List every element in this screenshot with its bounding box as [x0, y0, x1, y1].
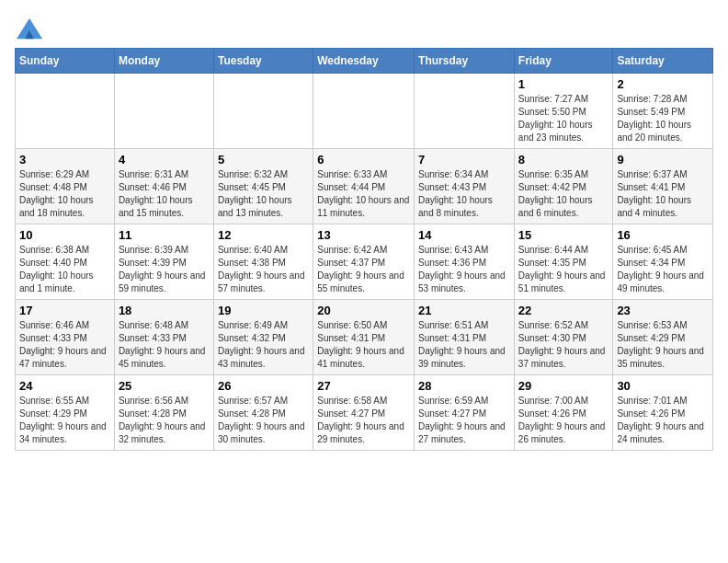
day-info: Sunrise: 6:53 AM Sunset: 4:29 PM Dayligh… — [617, 319, 709, 371]
day-number: 3 — [19, 153, 110, 167]
calendar-cell: 12Sunrise: 6:40 AM Sunset: 4:38 PM Dayli… — [213, 224, 313, 300]
calendar-cell: 10Sunrise: 6:38 AM Sunset: 4:40 PM Dayli… — [16, 224, 115, 300]
weekday-header-thursday: Thursday — [415, 49, 515, 74]
calendar-week-row: 24Sunrise: 6:55 AM Sunset: 4:29 PM Dayli… — [16, 375, 713, 451]
calendar-cell: 17Sunrise: 6:46 AM Sunset: 4:33 PM Dayli… — [16, 300, 115, 375]
calendar-cell: 30Sunrise: 7:01 AM Sunset: 4:26 PM Dayli… — [613, 375, 713, 451]
day-info: Sunrise: 7:01 AM Sunset: 4:26 PM Dayligh… — [617, 395, 709, 446]
calendar-cell: 8Sunrise: 6:35 AM Sunset: 4:42 PM Daylig… — [514, 149, 613, 224]
day-info: Sunrise: 6:40 AM Sunset: 4:38 PM Dayligh… — [218, 244, 309, 295]
calendar-week-row: 3Sunrise: 6:29 AM Sunset: 4:48 PM Daylig… — [16, 149, 713, 224]
day-info: Sunrise: 6:33 AM Sunset: 4:44 PM Dayligh… — [317, 168, 410, 220]
calendar-cell: 5Sunrise: 6:32 AM Sunset: 4:45 PM Daylig… — [213, 149, 313, 224]
day-info: Sunrise: 6:56 AM Sunset: 4:28 PM Dayligh… — [119, 395, 210, 446]
day-info: Sunrise: 6:57 AM Sunset: 4:28 PM Dayligh… — [218, 395, 309, 446]
day-info: Sunrise: 6:55 AM Sunset: 4:29 PM Dayligh… — [19, 395, 110, 446]
calendar-cell: 29Sunrise: 7:00 AM Sunset: 4:26 PM Dayli… — [514, 375, 613, 451]
logo — [15, 18, 42, 40]
day-number: 17 — [19, 304, 110, 317]
calendar-cell: 19Sunrise: 6:49 AM Sunset: 4:32 PM Dayli… — [213, 300, 313, 375]
calendar-week-row: 17Sunrise: 6:46 AM Sunset: 4:33 PM Dayli… — [16, 300, 713, 375]
day-info: Sunrise: 6:29 AM Sunset: 4:48 PM Dayligh… — [19, 168, 110, 220]
day-info: Sunrise: 6:52 AM Sunset: 4:30 PM Dayligh… — [518, 319, 609, 371]
day-number: 5 — [218, 153, 309, 167]
day-info: Sunrise: 6:32 AM Sunset: 4:45 PM Dayligh… — [218, 168, 309, 220]
day-number: 19 — [218, 304, 309, 317]
day-info: Sunrise: 6:58 AM Sunset: 4:27 PM Dayligh… — [317, 395, 410, 446]
day-number: 30 — [617, 379, 709, 393]
day-number: 12 — [218, 228, 309, 242]
calendar-cell — [313, 74, 415, 149]
day-number: 20 — [317, 304, 410, 317]
day-info: Sunrise: 6:31 AM Sunset: 4:46 PM Dayligh… — [119, 168, 210, 220]
day-number: 7 — [418, 153, 510, 167]
day-number: 29 — [518, 379, 609, 393]
day-info: Sunrise: 6:51 AM Sunset: 4:31 PM Dayligh… — [418, 319, 510, 371]
logo-icon — [17, 15, 42, 40]
day-number: 23 — [617, 304, 709, 317]
weekday-header-friday: Friday — [514, 49, 613, 74]
calendar-cell: 28Sunrise: 6:59 AM Sunset: 4:27 PM Dayli… — [415, 375, 515, 451]
day-info: Sunrise: 7:27 AM Sunset: 5:50 PM Dayligh… — [518, 93, 609, 144]
calendar-cell: 11Sunrise: 6:39 AM Sunset: 4:39 PM Dayli… — [114, 224, 213, 300]
calendar-cell: 6Sunrise: 6:33 AM Sunset: 4:44 PM Daylig… — [313, 149, 415, 224]
day-number: 10 — [19, 228, 110, 242]
calendar-cell — [213, 74, 313, 149]
day-number: 25 — [119, 379, 210, 393]
day-info: Sunrise: 6:37 AM Sunset: 4:41 PM Dayligh… — [617, 168, 709, 220]
calendar-cell: 3Sunrise: 6:29 AM Sunset: 4:48 PM Daylig… — [16, 149, 115, 224]
day-number: 9 — [617, 153, 709, 167]
weekday-header-saturday: Saturday — [613, 49, 713, 74]
day-number: 1 — [518, 77, 609, 91]
day-info: Sunrise: 6:39 AM Sunset: 4:39 PM Dayligh… — [119, 244, 210, 295]
weekday-header-monday: Monday — [114, 49, 213, 74]
day-number: 6 — [317, 153, 410, 167]
calendar-cell — [415, 74, 515, 149]
header — [15, 15, 713, 40]
day-info: Sunrise: 6:48 AM Sunset: 4:33 PM Dayligh… — [119, 319, 210, 371]
day-info: Sunrise: 6:42 AM Sunset: 4:37 PM Dayligh… — [317, 244, 410, 295]
calendar-week-row: 1Sunrise: 7:27 AM Sunset: 5:50 PM Daylig… — [16, 74, 713, 149]
calendar-cell: 14Sunrise: 6:43 AM Sunset: 4:36 PM Dayli… — [415, 224, 515, 300]
day-number: 11 — [119, 228, 210, 242]
weekday-header-wednesday: Wednesday — [313, 49, 415, 74]
day-number: 21 — [418, 304, 510, 317]
calendar-body: 1Sunrise: 7:27 AM Sunset: 5:50 PM Daylig… — [16, 74, 713, 451]
calendar-cell: 24Sunrise: 6:55 AM Sunset: 4:29 PM Dayli… — [16, 375, 115, 451]
day-info: Sunrise: 6:46 AM Sunset: 4:33 PM Dayligh… — [19, 319, 110, 371]
weekday-header-tuesday: Tuesday — [213, 49, 313, 74]
day-number: 8 — [518, 153, 609, 167]
day-info: Sunrise: 6:38 AM Sunset: 4:40 PM Dayligh… — [19, 244, 110, 295]
day-number: 18 — [119, 304, 210, 317]
weekday-header-sunday: Sunday — [16, 49, 115, 74]
day-info: Sunrise: 6:45 AM Sunset: 4:34 PM Dayligh… — [617, 244, 709, 295]
calendar-cell: 27Sunrise: 6:58 AM Sunset: 4:27 PM Dayli… — [313, 375, 415, 451]
day-number: 28 — [418, 379, 510, 393]
calendar-cell: 13Sunrise: 6:42 AM Sunset: 4:37 PM Dayli… — [313, 224, 415, 300]
day-number: 4 — [119, 153, 210, 167]
calendar-cell: 15Sunrise: 6:44 AM Sunset: 4:35 PM Dayli… — [514, 224, 613, 300]
day-info: Sunrise: 6:59 AM Sunset: 4:27 PM Dayligh… — [418, 395, 510, 446]
calendar-cell: 20Sunrise: 6:50 AM Sunset: 4:31 PM Dayli… — [313, 300, 415, 375]
calendar-cell: 26Sunrise: 6:57 AM Sunset: 4:28 PM Dayli… — [213, 375, 313, 451]
calendar-cell: 4Sunrise: 6:31 AM Sunset: 4:46 PM Daylig… — [114, 149, 213, 224]
day-number: 15 — [518, 228, 609, 242]
calendar-cell — [16, 74, 115, 149]
calendar-cell — [114, 74, 213, 149]
day-info: Sunrise: 6:43 AM Sunset: 4:36 PM Dayligh… — [418, 244, 510, 295]
day-number: 26 — [218, 379, 309, 393]
calendar-cell: 9Sunrise: 6:37 AM Sunset: 4:41 PM Daylig… — [613, 149, 713, 224]
day-number: 2 — [617, 77, 709, 91]
calendar-table: SundayMondayTuesdayWednesdayThursdayFrid… — [15, 48, 713, 451]
calendar-header: SundayMondayTuesdayWednesdayThursdayFrid… — [16, 49, 713, 74]
day-number: 27 — [317, 379, 410, 393]
day-number: 13 — [317, 228, 410, 242]
calendar-cell: 7Sunrise: 6:34 AM Sunset: 4:43 PM Daylig… — [415, 149, 515, 224]
day-number: 14 — [418, 228, 510, 242]
calendar-cell: 16Sunrise: 6:45 AM Sunset: 4:34 PM Dayli… — [613, 224, 713, 300]
calendar-cell: 23Sunrise: 6:53 AM Sunset: 4:29 PM Dayli… — [613, 300, 713, 375]
calendar-cell: 18Sunrise: 6:48 AM Sunset: 4:33 PM Dayli… — [114, 300, 213, 375]
day-info: Sunrise: 6:34 AM Sunset: 4:43 PM Dayligh… — [418, 168, 510, 220]
day-info: Sunrise: 6:49 AM Sunset: 4:32 PM Dayligh… — [218, 319, 309, 371]
day-number: 16 — [617, 228, 709, 242]
